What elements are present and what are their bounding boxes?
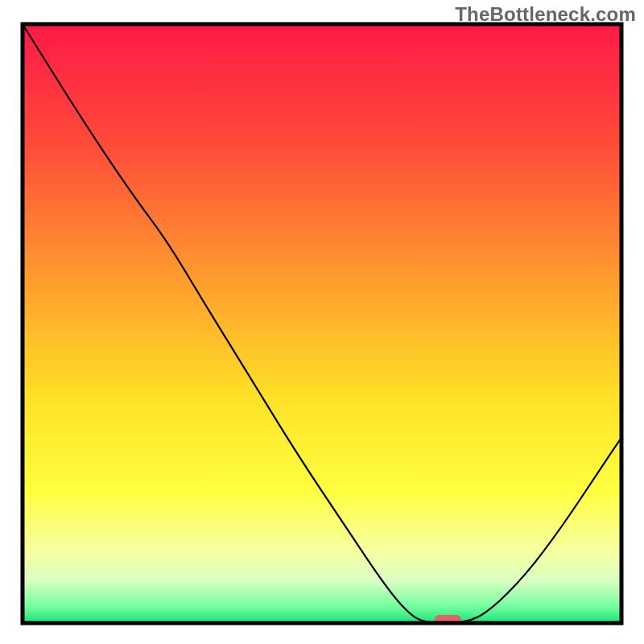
chart-container: TheBottleneck.com xyxy=(0,0,644,644)
plot-background xyxy=(23,24,621,623)
bottleneck-chart xyxy=(0,0,644,644)
watermark-text: TheBottleneck.com xyxy=(455,3,636,26)
